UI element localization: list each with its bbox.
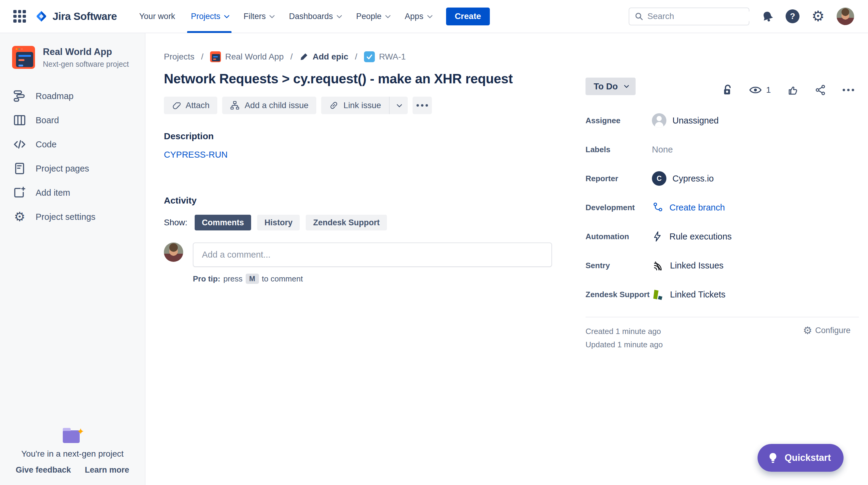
description-link[interactable]: CYPRESS-RUN	[164, 150, 227, 160]
breadcrumb-add-epic[interactable]: Add epic	[300, 52, 348, 62]
user-avatar[interactable]	[837, 7, 854, 25]
field-assignee: Assignee Unassigned	[586, 106, 859, 135]
chevron-down-icon	[624, 83, 629, 88]
sparkle-icon: ✦	[77, 426, 85, 437]
person-avatar-icon	[652, 113, 666, 128]
nav-filters[interactable]: Filters	[237, 0, 280, 33]
project-name: Real World App	[43, 47, 129, 57]
primary-nav: Your work Projects Filters Dashboards Pe…	[132, 0, 437, 33]
nav-projects[interactable]: Projects	[184, 0, 235, 33]
global-search[interactable]	[629, 7, 749, 25]
project-avatar-icon	[12, 46, 35, 69]
issue-details-panel: To Do Assignee Unassigned Labels None Re…	[586, 78, 859, 351]
gear-icon: ⚙	[803, 325, 812, 336]
link-issue-dropdown[interactable]	[389, 97, 408, 114]
linked-issues-value[interactable]: Linked Issues	[652, 259, 723, 272]
link-icon	[329, 101, 339, 110]
field-reporter: Reporter C Cypress.io	[586, 164, 859, 193]
branch-icon	[652, 202, 663, 213]
search-input[interactable]	[647, 11, 756, 21]
next-gen-message: You're in a next-gen project	[0, 449, 145, 459]
field-zendesk: Zendesk Support Linked Tickets	[586, 280, 859, 309]
status-dropdown[interactable]: To Do	[586, 78, 636, 95]
chevron-down-icon	[427, 13, 433, 18]
chevron-down-icon	[385, 13, 391, 18]
sidebar-item-board[interactable]: Board	[0, 108, 145, 132]
link-issue-button[interactable]: Link issue	[321, 97, 389, 114]
learn-more-link[interactable]: Learn more	[85, 465, 129, 475]
zendesk-icon	[652, 288, 664, 301]
reporter-value[interactable]: C Cypress.io	[652, 171, 714, 186]
task-type-icon	[364, 51, 375, 62]
field-sentry: Sentry Linked Issues	[586, 251, 859, 280]
project-sidebar: Real World App Next-gen software project…	[0, 33, 146, 485]
divider	[586, 317, 859, 317]
chevron-down-icon	[270, 13, 275, 18]
nav-your-work[interactable]: Your work	[132, 0, 182, 33]
create-branch-link[interactable]: Create branch	[652, 202, 725, 213]
sidebar-item-roadmap[interactable]: Roadmap	[0, 84, 145, 108]
breadcrumb-issue-key[interactable]: RWA-1	[364, 51, 406, 62]
configure-button[interactable]: ⚙ Configure	[803, 325, 850, 336]
help-icon[interactable]: ?	[785, 9, 800, 23]
more-toolbar-button[interactable]	[412, 97, 432, 114]
pages-icon	[13, 162, 27, 175]
gear-icon: ⚙	[13, 210, 27, 223]
chevron-down-icon	[337, 13, 342, 18]
logo-text: Jira Software	[53, 10, 117, 22]
lightbulb-icon	[768, 452, 778, 463]
jira-diamond-icon	[35, 10, 48, 23]
roadmap-icon	[13, 89, 27, 103]
assignee-value[interactable]: Unassigned	[652, 113, 719, 128]
breadcrumb-projects[interactable]: Projects	[164, 52, 194, 62]
current-user-avatar	[164, 242, 183, 262]
notification-bell-icon[interactable]	[762, 10, 774, 22]
code-icon	[13, 138, 27, 151]
field-automation: Automation Rule executions	[586, 222, 859, 251]
search-icon	[635, 12, 643, 21]
linked-tickets-value[interactable]: Linked Tickets	[652, 288, 725, 301]
nav-apps[interactable]: Apps	[398, 0, 438, 33]
issue-title: Network Requests > cy.request() - make a…	[164, 71, 580, 86]
sidebar-item-code[interactable]: Code	[0, 132, 145, 156]
project-avatar-icon	[210, 51, 221, 62]
field-development: Development Create branch	[586, 193, 859, 222]
ellipsis-icon	[416, 104, 428, 107]
give-feedback-link[interactable]: Give feedback	[16, 465, 71, 475]
breadcrumb: Projects / Real World App / Add epic / R…	[164, 51, 868, 62]
filter-zendesk-support[interactable]: Zendesk Support	[306, 215, 387, 230]
labels-value[interactable]: None	[652, 145, 673, 154]
show-label: Show:	[164, 218, 187, 227]
rule-executions-value[interactable]: Rule executions	[652, 231, 732, 242]
project-type: Next-gen software project	[43, 60, 129, 68]
chevron-down-icon	[224, 13, 229, 18]
sentry-icon	[652, 259, 664, 272]
paperclip-icon	[172, 101, 181, 110]
sidebar-item-add-item[interactable]: Add item	[0, 180, 145, 205]
updated-timestamp: Updated 1 minute ago	[586, 338, 859, 351]
breadcrumb-project[interactable]: Real World App	[210, 51, 284, 62]
folder-icon: ✦	[60, 427, 85, 444]
filter-history[interactable]: History	[257, 215, 300, 230]
add-item-icon	[13, 186, 27, 199]
settings-gear-icon[interactable]: ⚙	[812, 9, 825, 24]
add-child-issue-button[interactable]: Add a child issue	[222, 97, 316, 114]
link-issue-split-button: Link issue	[321, 97, 408, 114]
create-button[interactable]: Create	[446, 7, 490, 25]
lightning-icon	[652, 231, 663, 242]
comment-input[interactable]	[193, 242, 552, 267]
project-header: Real World App Next-gen software project	[0, 33, 145, 80]
quickstart-button[interactable]: Quickstart	[757, 444, 843, 472]
pencil-icon	[300, 52, 308, 61]
nav-dashboards[interactable]: Dashboards	[282, 0, 347, 33]
jira-logo[interactable]: Jira Software	[35, 10, 117, 23]
cypress-avatar-icon: C	[652, 171, 666, 186]
filter-comments[interactable]: Comments	[195, 215, 251, 230]
sidebar-item-project-settings[interactable]: ⚙ Project settings	[0, 205, 145, 229]
board-icon	[13, 114, 27, 127]
app-switcher-icon[interactable]	[13, 10, 26, 23]
attach-button[interactable]: Attach	[164, 97, 217, 114]
keyboard-key-m: M	[246, 274, 259, 284]
nav-people[interactable]: People	[349, 0, 396, 33]
sidebar-item-project-pages[interactable]: Project pages	[0, 156, 145, 180]
